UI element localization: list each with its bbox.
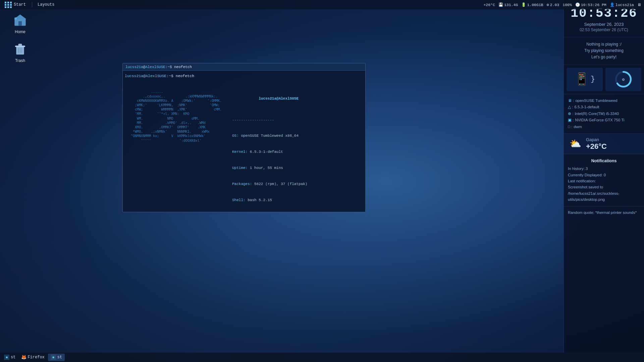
taskbar: ■ st 🦊 Firefox ■ st <box>0 353 644 362</box>
cpu-freq-value: 2.03 <box>550 3 559 7</box>
terminal-body[interactable]: lucss21a@AlexlSUSE:~$ neofetch ...... .,… <box>123 71 365 212</box>
cpu-indicator-box: ⚙ <box>605 68 642 91</box>
cpu-stat: ⚙ 2.03 <box>547 2 559 7</box>
start-label: Start <box>14 2 26 7</box>
start-icon <box>5 2 12 8</box>
terminal-icon: ■ <box>4 355 9 360</box>
music-line3: Let's go party! <box>568 54 640 60</box>
user-icon: 👤 <box>610 2 614 7</box>
quote-widget: Random quote: *thermal printer sounds* <box>564 206 644 219</box>
temperature-stat: +26°C <box>483 3 495 7</box>
disk-stat: 💾 131.4G <box>498 2 518 7</box>
disk-icon: 💾 <box>498 2 503 7</box>
music-line1: Nothing is playing :/ <box>568 41 640 48</box>
weather-info: Gapan +26°C <box>586 137 607 151</box>
notifications-history: In history: 3 <box>568 166 640 172</box>
weather-emoji: ⛅ <box>570 138 581 149</box>
notifications-last-text: Screenshot saved to /home/lucss21a/.src/… <box>568 184 640 202</box>
screen-icon-stat: 🖥 <box>637 3 641 7</box>
svg-rect-6 <box>18 44 22 46</box>
svg-text:⚙: ⚙ <box>622 78 625 82</box>
clock-value: 10:53:26 PM <box>581 3 606 7</box>
neofetch-output: ...... .,cdxxxoc,. .:kKMMWNWMMMNk:. cKMW… <box>125 79 363 212</box>
terminal-titlebar: lucss21a@AlexlSUSE:~$ neofetch <box>123 63 365 71</box>
taskbar-item-st1[interactable]: ■ st <box>1 354 18 361</box>
layouts-button[interactable]: Layouts <box>36 2 56 8</box>
neofetch-art: ...... .,cdxxxoc,. .:kKMMWNWMMMNk:. cKMW… <box>125 79 232 212</box>
right-panel: 10:53:26 September 26, 2023 02:53 Septem… <box>564 0 644 353</box>
battery-value: 100% <box>562 3 572 7</box>
trash-label: Trash <box>15 58 25 63</box>
sysinfo-cpu-value: Intel(R) Core(TM) i5-3340 <box>575 111 619 117</box>
weather-city: Gapan <box>586 137 607 142</box>
home-folder-icon <box>12 12 28 28</box>
start-button[interactable]: Start <box>3 1 28 9</box>
trash-folder-icon <box>12 41 28 57</box>
ram-stat: 🔋 1.00GiB <box>521 2 543 7</box>
bracket-icon: } <box>591 75 595 83</box>
taskbar-label-firefox: Firefox <box>28 355 44 360</box>
weather-widget: ⛅ Gapan +26°C <box>564 134 644 154</box>
disk-value: 131.4G <box>504 3 518 7</box>
layouts-label: Layouts <box>38 2 54 7</box>
user-value: lucss21a <box>615 3 634 7</box>
clock-stat: 🕙 10:53:26 PM <box>575 2 606 7</box>
temp-value: +26°C <box>483 3 495 7</box>
sysinfo-os: 🖥 : openSUSE Tumbleweed <box>568 98 640 104</box>
clock-date: September 26, 2023 <box>568 22 640 27</box>
taskbar-item-st2[interactable]: ■ st <box>48 354 65 361</box>
weather-temp: +26°C <box>586 142 607 151</box>
ram-icon: 🔋 <box>521 2 526 7</box>
notifications-title: Notifications <box>568 158 640 164</box>
quote-text: Random quote: *thermal printer sounds* <box>568 210 637 215</box>
ram-value: 1.00GiB <box>527 3 543 7</box>
phone-icon: 📱 <box>574 72 589 87</box>
trash-icon-item[interactable]: Trash <box>7 41 34 63</box>
home-label: Home <box>15 29 25 34</box>
topbar: Start Layouts +26°C 💾 131.4G 🔋 1.00GiB ⚙… <box>0 0 644 9</box>
clock-icon: 🕙 <box>575 2 580 7</box>
cpu-ring-chart: ⚙ <box>614 70 633 88</box>
cpu-icon: ⚙ <box>547 2 549 7</box>
sysinfo-wm-value: dwm <box>574 124 582 130</box>
firefox-icon: 🦊 <box>21 355 26 360</box>
topbar-separator <box>32 2 32 7</box>
sysinfo-wm: □ : dwm <box>568 124 640 130</box>
sysinfo-kernel: △ : 6.5.3-1-default <box>568 104 640 111</box>
indicators-widget: 📱 } ⚙ <box>564 65 644 94</box>
user-stat: 👤 lucss21a <box>610 2 634 7</box>
notifications-displayed: Currently Displayed: 0 <box>568 172 640 178</box>
sysinfo-gpu-value: NVIDIA GeForce GTX 750 Ti <box>575 117 624 124</box>
desktop: Start Layouts +26°C 💾 131.4G 🔋 1.00GiB ⚙… <box>0 0 644 362</box>
weather-icon: ⛅ <box>568 136 583 151</box>
neofetch-info: lucss21a@AlexlSUSE ------------------- O… <box>232 79 363 212</box>
clock-utc: 02:53 September 26 (UTC) <box>568 27 640 32</box>
taskbar-label-st1: st <box>11 355 15 360</box>
sysinfo-gpu: ▣ : NVIDIA GeForce GTX 750 Ti <box>568 117 640 124</box>
taskbar-label-st2: st <box>57 355 62 360</box>
sysinfo-cpu: ⊕ : Intel(R) Core(TM) i5-3340 <box>568 111 640 117</box>
sysinfo-os-value: openSUSE Tumbleweed <box>575 98 617 104</box>
screen-icon: 🖥 <box>637 3 641 7</box>
terminal-window[interactable]: lucss21a@AlexlSUSE:~$ neofetch lucss21a@… <box>122 63 366 212</box>
sysinfo-widget: 🖥 : openSUSE Tumbleweed △ : 6.5.3-1-defa… <box>564 94 644 134</box>
notifications-last-label: Last notification: <box>568 178 640 184</box>
terminal-title-user: lucss21a <box>125 65 143 69</box>
svg-rect-2 <box>18 21 22 25</box>
home-icon-item[interactable]: Home <box>7 12 34 34</box>
terminal-title: lucss21a@AlexlSUSE:~$ neofetch <box>125 65 192 69</box>
taskbar-item-firefox[interactable]: 🦊 Firefox <box>19 354 47 361</box>
sysinfo-kernel-value: 6.5.3-1-default <box>574 104 599 111</box>
music-text: Nothing is playing :/ Try playing someth… <box>568 41 640 61</box>
music-line2: Try playing something <box>568 48 640 54</box>
svg-rect-3 <box>14 17 17 20</box>
notifications-widget: Notifications In history: 3 Currently Di… <box>564 154 644 206</box>
music-widget: Nothing is playing :/ Try playing someth… <box>564 37 644 65</box>
battery-stat: 100% <box>562 3 572 7</box>
desktop-icons: Home Trash <box>7 12 34 63</box>
terminal2-icon: ■ <box>51 355 56 360</box>
terminal-prompt-neofetch: lucss21a@AlexlSUSE:~$ neofetch <box>125 73 363 79</box>
phone-indicator: 📱 } <box>567 68 603 91</box>
